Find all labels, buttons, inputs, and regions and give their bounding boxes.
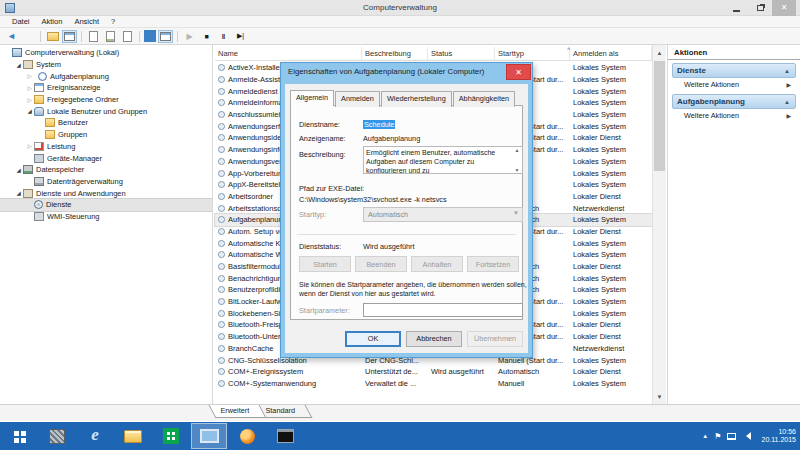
taskbar-icon-command-prompt[interactable] bbox=[267, 423, 303, 449]
tree-item-system[interactable]: ◢System bbox=[0, 59, 212, 71]
anhalten-button[interactable]: Anhalten bbox=[411, 256, 463, 272]
description-textarea[interactable]: Ermöglicht einem Benutzer, automatische … bbox=[363, 146, 523, 174]
scroll-up-icon[interactable]: ▲ bbox=[653, 47, 666, 59]
tree-item-gruppen[interactable]: Gruppen bbox=[0, 129, 212, 141]
collapse-icon[interactable]: ◢ bbox=[25, 108, 34, 114]
help-icon[interactable] bbox=[144, 30, 156, 42]
dialog-close-button[interactable]: ✕ bbox=[506, 64, 531, 80]
minimize-button[interactable] bbox=[724, 0, 748, 16]
taskbar-icon-internet-explorer[interactable] bbox=[77, 423, 113, 449]
dialog-tab-anmelden[interactable]: Anmelden bbox=[335, 91, 380, 107]
action-item-weitere-aktionen[interactable]: Weitere Aktionen▶ bbox=[672, 78, 796, 91]
folder-icon[interactable] bbox=[45, 30, 60, 43]
collapse-icon[interactable]: ▲ bbox=[784, 99, 790, 105]
menu-datei[interactable]: Datei bbox=[6, 17, 36, 26]
column-header-name[interactable]: Name bbox=[215, 47, 362, 60]
tree-item-geräte-manager[interactable]: Geräte-Manager bbox=[0, 152, 212, 164]
startup-type-label: Starttyp: bbox=[299, 210, 326, 219]
expand-icon[interactable]: ▷ bbox=[25, 143, 34, 149]
beenden-button[interactable]: Beenden bbox=[355, 256, 407, 272]
tree-item-benutzer[interactable]: Benutzer bbox=[0, 117, 212, 129]
forward-icon[interactable] bbox=[21, 30, 36, 43]
collapse-icon[interactable]: ◢ bbox=[14, 167, 23, 173]
actions-group-header-aufgabenplanung[interactable]: Aufgabenplanung▲ bbox=[672, 94, 796, 109]
expand-icon[interactable]: ▷ bbox=[25, 97, 34, 103]
tree-item-leistung[interactable]: ▷Leistung bbox=[0, 141, 212, 153]
scroll-down-icon[interactable]: ▼ bbox=[512, 167, 522, 173]
service-row-com-ereignissystem[interactable]: COM+-EreignissystemUnterstützt de...Wird… bbox=[215, 366, 652, 378]
win-icon[interactable] bbox=[158, 30, 173, 43]
dialog-tab-abhängigkeiten[interactable]: Abhängigkeiten bbox=[453, 91, 515, 107]
startup-type-select[interactable]: Automatisch ▼ bbox=[363, 207, 523, 222]
tree-item-lokale-benutzer-und-gruppen[interactable]: ◢Lokale Benutzer und Gruppen bbox=[0, 105, 212, 117]
scrollbar-thumb[interactable] bbox=[654, 61, 665, 171]
tree-item-computerverwaltung-lokal[interactable]: Computerverwaltung (Lokal) bbox=[0, 47, 212, 59]
column-header-starttyp[interactable]: Starttyp bbox=[495, 47, 570, 60]
menu-item[interactable]: ? bbox=[105, 17, 121, 26]
step-icon[interactable]: ▶| bbox=[233, 30, 248, 43]
back-icon[interactable]: ◄ bbox=[4, 30, 19, 43]
properties-dialog: Eigenschaften von Aufgabenplanung (Lokal… bbox=[280, 62, 533, 358]
doc-icon[interactable] bbox=[86, 30, 101, 43]
restore-button[interactable] bbox=[748, 0, 772, 16]
service-row-com-systemanwendung[interactable]: COM+-SystemanwendungVerwaltet die ...Man… bbox=[215, 378, 652, 390]
taskbar-icon-file-explorer[interactable] bbox=[115, 423, 151, 449]
expand-icon[interactable]: ▷ bbox=[25, 73, 34, 79]
tree-item-aufgabenplanung[interactable]: ▷Aufgabenplanung bbox=[0, 70, 212, 82]
tree-item-wmi-steuerung[interactable]: WMI-Steuerung bbox=[0, 211, 212, 223]
taskbar-icon-computer-management[interactable] bbox=[191, 423, 227, 449]
menu-aktion[interactable]: Aktion bbox=[36, 17, 69, 26]
start-parameters-input[interactable] bbox=[363, 303, 523, 317]
menu-ansicht[interactable]: Ansicht bbox=[68, 17, 105, 26]
view-tab-erweitert[interactable]: Erweitert bbox=[209, 405, 267, 418]
column-header-status[interactable]: Status bbox=[428, 47, 495, 60]
dialog-tab-allgemein[interactable]: Allgemein bbox=[290, 90, 334, 106]
actions-group-header-dienste[interactable]: Dienste▲ bbox=[672, 63, 796, 78]
scroll-up-icon[interactable]: ▲ bbox=[512, 147, 522, 153]
service-status-value: Wird ausgeführt bbox=[363, 242, 415, 251]
tree-item-freigegebene-ordner[interactable]: ▷Freigegebene Ordner bbox=[0, 94, 212, 106]
volume-icon[interactable] bbox=[742, 432, 751, 440]
doc-icon[interactable] bbox=[120, 30, 135, 43]
doc2-icon[interactable] bbox=[103, 30, 118, 43]
play-icon[interactable]: ▶ bbox=[182, 30, 197, 43]
service-icon bbox=[218, 76, 225, 83]
tree-item-datenträgerverwaltung[interactable]: Datenträgerverwaltung bbox=[0, 176, 212, 188]
action-item-weitere-aktionen[interactable]: Weitere Aktionen▶ bbox=[672, 109, 796, 122]
tree-item-ereignisanzeige[interactable]: ▷Ereignisanzeige bbox=[0, 82, 212, 94]
scroll-down-icon[interactable]: ▼ bbox=[653, 391, 666, 403]
abbrechen-button[interactable]: Abbrechen bbox=[406, 331, 462, 347]
starten-button[interactable]: Starten bbox=[299, 256, 351, 272]
textarea-scrollbar[interactable]: ▲ ▼ bbox=[512, 147, 522, 173]
collapse-icon[interactable]: ◢ bbox=[14, 62, 23, 68]
expand-icon[interactable]: ▷ bbox=[25, 85, 34, 91]
tree-item-dienste-und-anwendungen[interactable]: ◢Dienste und Anwendungen bbox=[0, 187, 212, 199]
column-header-anmelden-als[interactable]: Anmelden als bbox=[570, 47, 652, 60]
übernehmen-button[interactable]: Übernehmen bbox=[467, 331, 523, 347]
taskbar-icon-app-grid[interactable] bbox=[39, 423, 75, 449]
pause-icon[interactable]: ‖ bbox=[216, 30, 231, 43]
fortsetzen-button[interactable]: Fortsetzen bbox=[467, 256, 519, 272]
network-icon[interactable] bbox=[727, 433, 736, 440]
taskbar-clock[interactable]: 10:56 20.11.2015 bbox=[761, 428, 796, 445]
separator bbox=[297, 234, 516, 235]
taskbar-icon-firefox[interactable] bbox=[229, 423, 265, 449]
list-scrollbar[interactable]: ▲ ▼ bbox=[652, 45, 666, 405]
taskbar-icon-store[interactable] bbox=[153, 423, 189, 449]
show-hidden-icons-button[interactable]: ▲ bbox=[702, 433, 708, 439]
action-center-icon[interactable]: ⚑ bbox=[714, 432, 721, 441]
ok-button[interactable]: OK bbox=[345, 331, 401, 347]
tree-item-dienste[interactable]: Dienste bbox=[0, 199, 212, 211]
column-header-beschreibung[interactable]: Beschreibung bbox=[362, 47, 428, 60]
actions-pane: Aktionen Dienste▲Weitere Aktionen▶Aufgab… bbox=[667, 45, 800, 405]
collapse-icon[interactable]: ▲ bbox=[784, 68, 790, 74]
service-name-cell: COM+-Ereignissystem bbox=[215, 367, 362, 376]
win-icon[interactable] bbox=[62, 30, 77, 43]
close-button[interactable]: ✕ bbox=[772, 0, 796, 16]
stop-icon[interactable]: ■ bbox=[199, 30, 214, 43]
start-button[interactable] bbox=[1, 423, 37, 449]
dialog-tab-wiederherstellung[interactable]: Wiederherstellung bbox=[381, 91, 452, 107]
tree-item-datenspeicher[interactable]: ◢Datenspeicher bbox=[0, 164, 212, 176]
collapse-icon[interactable]: ◢ bbox=[14, 190, 23, 196]
service-icon bbox=[218, 368, 225, 375]
